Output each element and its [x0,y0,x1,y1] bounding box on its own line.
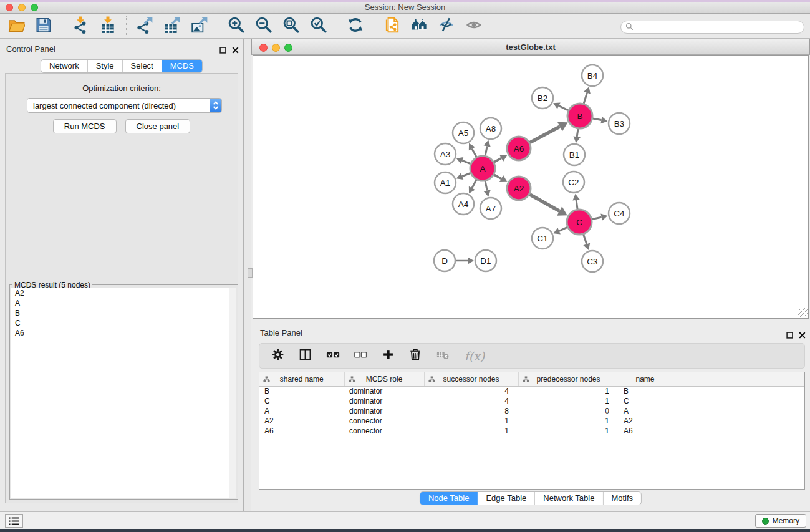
table-cell[interactable]: 1 [518,426,619,436]
table-cell[interactable]: B [259,386,344,396]
mcds-result-item[interactable]: B [11,308,236,318]
edge-A-A3[interactable] [462,160,470,163]
mcds-result-item[interactable]: A2 [11,288,236,298]
duplicate-network-button[interactable] [378,15,406,37]
edge-A-A8[interactable] [485,147,487,156]
dropdown-stepper-icon[interactable] [210,99,221,112]
show-panels-button[interactable] [5,514,23,528]
table-row[interactable]: A2connector11A2 [259,416,804,426]
memory-button[interactable]: Memory [755,514,806,528]
tab-select[interactable]: Select [122,60,162,72]
select-none-button[interactable] [352,347,369,364]
column-header-shared-name[interactable]: shared name [259,372,344,386]
zoom-fit-button[interactable] [277,15,305,37]
column-header-MCDS-role[interactable]: MCDS role [344,372,424,386]
tab-node-table[interactable]: Node Table [420,492,478,505]
overview-houses-button[interactable] [406,15,433,37]
table-cell[interactable]: 8 [424,406,518,416]
table-cell[interactable]: 1 [518,396,619,406]
close-table-panel-icon[interactable] [799,330,806,341]
edge-A-A6[interactable] [494,158,501,162]
table-cell[interactable]: B [619,386,672,396]
settings-gear-button[interactable] [270,347,287,364]
refresh-button[interactable] [342,15,369,37]
edge-A-A4[interactable] [472,180,476,188]
table-cell[interactable]: A [259,406,344,416]
table-cell[interactable]: dominator [344,396,424,406]
mcds-result-list[interactable]: A2ABCA6 [11,288,236,498]
float-table-panel-icon[interactable] [786,330,793,341]
mcds-result-item[interactable]: A [11,298,236,308]
export-image-button[interactable] [186,15,213,37]
select-all-checked-button[interactable] [325,347,342,364]
table-row[interactable]: A6connector11A6 [259,426,804,436]
network-canvas[interactable]: AA1A3A5A8A6A2A4A7BB1B2B3B4CC1C2C3C4DD1 [253,55,809,319]
table-cell[interactable]: A2 [619,416,672,426]
table-cell[interactable]: A6 [619,426,672,436]
edge-A6-B[interactable] [530,127,560,143]
table-cell[interactable]: connector [344,426,424,436]
zoom-in-button[interactable] [223,15,250,37]
search-box[interactable] [620,21,804,34]
delete-column-button[interactable] [407,347,424,364]
edge-C-C1[interactable] [559,227,567,231]
tab-style[interactable]: Style [87,60,122,72]
table-cell[interactable]: 4 [424,396,518,406]
tab-edge-table[interactable]: Edge Table [477,492,534,505]
edge-B-B3[interactable] [593,118,602,120]
search-input[interactable] [636,22,804,32]
table-cell[interactable]: A2 [259,416,344,426]
column-header-predecessor-nodes[interactable]: predecessor nodes [518,372,619,386]
import-network-button[interactable] [67,15,94,37]
tab-mcds[interactable]: MCDS [162,60,202,72]
hide-details-button[interactable] [433,15,461,37]
table-cell[interactable]: 1 [518,386,619,396]
table-cell[interactable]: connector [344,416,424,426]
mcds-result-item[interactable]: C [11,318,236,328]
table-cell[interactable]: dominator [344,406,424,416]
tab-motifs[interactable]: Motifs [602,492,641,505]
window-resize-grip[interactable] [798,308,808,317]
open-button[interactable] [2,15,30,37]
edge-A-A1[interactable] [462,173,470,177]
edge-A2-C[interactable] [529,195,559,211]
table-cell[interactable]: 1 [424,426,518,436]
table-cell[interactable]: 1 [424,416,518,426]
edge-C-C2[interactable] [576,200,577,209]
list-scrollbar[interactable] [229,288,236,498]
float-panel-icon[interactable] [219,45,226,56]
column-header-successor-nodes[interactable]: successor nodes [424,372,518,386]
network-graph[interactable]: AA1A3A5A8A6A2A4A7BB1B2B3B4CC1C2C3C4DD1 [253,56,808,318]
save-button[interactable] [30,15,57,37]
edge-B-B4[interactable] [584,93,587,104]
table-cell[interactable]: A [619,406,672,416]
run-mcds-button[interactable]: Run MCDS [53,119,117,133]
table-cell[interactable]: A6 [259,426,344,436]
close-panel-icon[interactable] [232,45,239,56]
tab-network-table[interactable]: Network Table [534,492,602,505]
zoom-selected-button[interactable] [305,15,332,37]
table-cell[interactable]: 4 [424,386,518,396]
show-details-button[interactable] [461,15,488,37]
mcds-result-item[interactable]: A6 [11,328,236,338]
close-panel-button[interactable]: Close panel [125,119,191,133]
table-cell[interactable]: C [259,396,344,406]
table-cell[interactable]: dominator [344,386,424,396]
table-cell[interactable]: C [619,396,672,406]
edge-C-C4[interactable] [592,217,602,219]
edge-A-A7[interactable] [485,181,487,191]
table-row[interactable]: Adominator80A [259,406,804,416]
table-cell[interactable]: 0 [518,406,619,416]
add-column-button[interactable] [380,347,397,364]
column-header-name[interactable]: name [619,372,672,386]
import-table-button[interactable] [94,15,122,37]
splitter-handle-left[interactable] [248,268,253,278]
edge-A-A5[interactable] [472,149,476,157]
table-row[interactable]: Bdominator41B [259,386,804,396]
edge-A-A2[interactable] [494,175,501,178]
edge-B-B2[interactable] [559,106,568,110]
column-layout-button[interactable] [297,347,314,364]
table-cell[interactable]: 1 [518,416,619,426]
edge-B-B1[interactable] [577,129,578,137]
optimization-criterion-dropdown[interactable]: largest connected component (directed) [27,98,222,113]
